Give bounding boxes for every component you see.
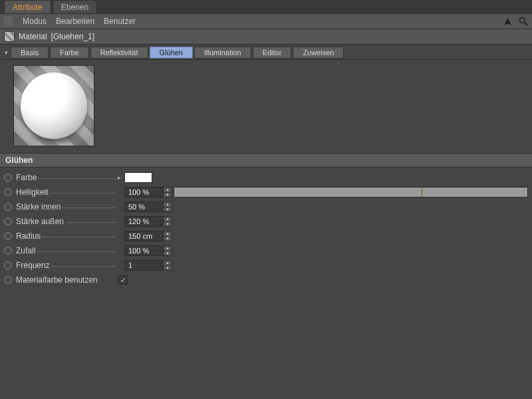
channel-tab-basis[interactable]: Basis — [11, 47, 49, 59]
label-staerke-innen: Stärke innen — [16, 202, 62, 211]
material-preview[interactable] — [13, 65, 94, 146]
param-row-helligkeit: Helligkeit 100 % ▲▼ — [4, 185, 528, 200]
input-radius[interactable]: 150 cm — [124, 231, 163, 241]
input-staerke-innen[interactable]: 50 % — [124, 201, 163, 212]
keyframe-dot-icon[interactable] — [4, 232, 12, 240]
param-row-radius: Radius 150 cm ▲▼ — [4, 229, 528, 243]
keyframe-dot-icon[interactable] — [4, 174, 12, 182]
keyframe-dot-icon[interactable] — [4, 261, 12, 269]
param-row-staerke-innen: Stärke innen 50 % ▲▼ — [4, 200, 528, 214]
menu-bearbeiten[interactable]: Bearbeiten — [56, 17, 94, 26]
channel-tab-strip: ▾ Basis Farbe Reflektivität Glühen Illum… — [0, 45, 532, 60]
channel-tab-gluehen[interactable]: Glühen — [150, 47, 193, 59]
search-icon[interactable] — [519, 17, 528, 26]
material-icon — [4, 31, 15, 42]
section-title: Glühen — [0, 153, 532, 168]
keyframe-dot-icon[interactable] — [4, 217, 12, 225]
tab-attribute[interactable]: Attribute — [4, 0, 51, 13]
tab-ebenen[interactable]: Ebenen — [53, 0, 97, 13]
color-swatch[interactable] — [124, 172, 152, 183]
svg-line-1 — [525, 23, 527, 25]
preview-area — [0, 60, 532, 153]
label-farbe: Farbe — [16, 173, 38, 182]
input-frequenz[interactable]: 1 — [124, 260, 163, 271]
collapse-triangle-icon[interactable]: ▾ — [3, 49, 9, 56]
menu-bar: Modus Bearbeiten Benutzer — [0, 14, 532, 29]
spinner-zufall[interactable]: ▲▼ — [163, 245, 172, 256]
label-frequenz: Frequenz — [16, 261, 51, 270]
menu-modus[interactable]: Modus — [23, 17, 47, 26]
channel-tab-editor[interactable]: Editor — [253, 47, 292, 59]
nav-up-icon[interactable] — [503, 17, 512, 26]
parameter-panel: Farbe ▸ Helligkeit 100 % ▲▼ Stärke innen… — [0, 168, 532, 287]
input-helligkeit[interactable]: 100 % — [124, 187, 163, 198]
label-staerke-aussen: Stärke außen — [16, 217, 65, 226]
input-staerke-aussen[interactable]: 120 % — [124, 216, 163, 227]
param-row-farbe: Farbe ▸ — [4, 170, 528, 185]
slider-helligkeit[interactable] — [174, 187, 528, 198]
label-zufall: Zufall — [16, 246, 37, 255]
channel-tab-zuweisen[interactable]: Zuweisen — [293, 47, 344, 59]
param-row-frequenz: Frequenz 1 ▲▼ — [4, 258, 528, 273]
spinner-staerke-aussen[interactable]: ▲▼ — [163, 216, 172, 227]
keyframe-dot-icon[interactable] — [4, 276, 12, 284]
param-row-zufall: Zufall 100 % ▲▼ — [4, 243, 528, 258]
grip-icon[interactable] — [4, 17, 13, 26]
menu-benutzer[interactable]: Benutzer — [104, 17, 136, 26]
expand-caret-icon[interactable]: ▸ — [116, 174, 122, 181]
spinner-staerke-innen[interactable]: ▲▼ — [163, 201, 172, 212]
keyframe-dot-icon[interactable] — [4, 247, 12, 255]
param-row-staerke-aussen: Stärke außen 120 % ▲▼ — [4, 214, 528, 229]
object-header: Material [Gluehen_1] — [0, 29, 532, 45]
param-row-materialfarbe: Materialfarbe benutzen ✓ — [4, 273, 528, 287]
object-type: Material — [19, 32, 47, 41]
channel-tab-farbe[interactable]: Farbe — [50, 47, 89, 59]
spinner-helligkeit[interactable]: ▲▼ — [163, 187, 172, 198]
spinner-frequenz[interactable]: ▲▼ — [163, 260, 172, 271]
input-zufall[interactable]: 100 % — [124, 245, 163, 256]
spinner-radius[interactable]: ▲▼ — [163, 231, 172, 241]
keyframe-dot-icon[interactable] — [4, 203, 12, 211]
label-materialfarbe: Materialfarbe benutzen — [16, 275, 99, 285]
keyframe-dot-icon[interactable] — [4, 188, 12, 196]
object-name: [Gluehen_1] — [51, 32, 94, 41]
label-radius: Radius — [16, 231, 42, 241]
label-helligkeit: Helligkeit — [16, 188, 50, 197]
channel-tab-reflektivitaet[interactable]: Reflektivität — [90, 47, 148, 59]
channel-tab-illumination[interactable]: Illumination — [194, 47, 251, 59]
svg-point-0 — [520, 18, 525, 23]
checkbox-materialfarbe[interactable]: ✓ — [118, 275, 128, 285]
window-tab-strip: Attribute Ebenen — [0, 0, 532, 14]
